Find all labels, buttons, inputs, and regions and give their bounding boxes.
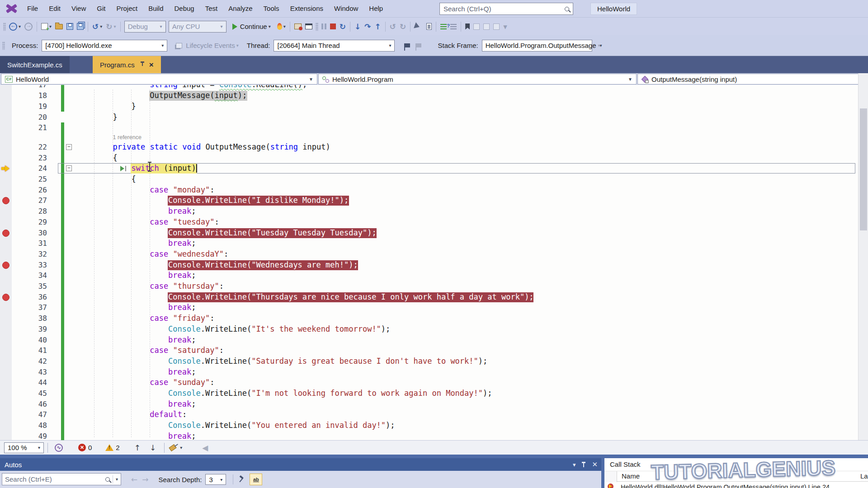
code-line-47[interactable]: 47default: — [0, 409, 858, 420]
code-line-17[interactable]: 17string input = Console.ReadLine(); — [0, 85, 858, 90]
editor-vertical-scrollbar[interactable] — [858, 73, 868, 440]
code-line-49[interactable]: 49break; — [0, 431, 858, 440]
breakpoint-indicator[interactable] — [2, 197, 9, 204]
code-line-23[interactable]: 23{ — [0, 153, 858, 164]
call-stack-frame-row[interactable]: HelloWorld.dll!HelloWorld.Program.Output… — [604, 483, 868, 488]
code-line-40[interactable]: 40break; — [0, 335, 858, 346]
window-position-caret-icon[interactable]: ▾ — [573, 461, 576, 468]
step-into-icon[interactable]: ↓ — [354, 21, 362, 33]
code-line-36[interactable]: 36Console.WriteLine("Thursdays are nice … — [0, 292, 858, 303]
search-depth-combo[interactable]: 3 ▾ — [205, 474, 226, 485]
breakpoint-indicator[interactable] — [2, 294, 9, 301]
codelens-references[interactable]: 1 reference — [113, 134, 142, 141]
code-line-19[interactable]: 19} — [0, 101, 858, 112]
solution-platform-combo[interactable]: Any CPU▾ — [169, 21, 226, 33]
collapse-margin-icon[interactable]: ◀ — [202, 443, 208, 452]
code-cleanup-icon[interactable] — [169, 444, 177, 451]
next-issue-icon[interactable]: ↓ — [150, 443, 156, 452]
menu-item-build[interactable]: Build — [143, 0, 169, 17]
process-combo[interactable]: [4700] HelloWorld.exe▾ — [42, 40, 167, 52]
warnings-icon[interactable] — [105, 444, 113, 451]
continue-button[interactable]: Continue▾ — [230, 21, 274, 33]
autos-panel-header[interactable]: Autos ▾ ✕ — [0, 458, 601, 471]
breakpoint-indicator[interactable] — [2, 262, 9, 269]
restart-icon[interactable]: ↻ — [339, 21, 347, 33]
toolbar-overflow-caret[interactable]: ▾ — [502, 21, 508, 33]
step-out-icon[interactable]: ↑ — [373, 21, 382, 33]
menu-item-view[interactable]: View — [66, 0, 91, 17]
save-icon[interactable] — [66, 21, 74, 33]
member-dropdown[interactable]: OutputMessage(string input) — [637, 74, 868, 84]
navigate-back-icon[interactable]: ▾ — [8, 21, 22, 33]
search-forward-icon[interactable]: → — [142, 475, 148, 484]
code-line-27[interactable]: 27Console.WriteLine("I dislike Monday!")… — [0, 195, 858, 206]
errors-icon[interactable]: ✕ — [78, 444, 86, 451]
prev-bookmark-icon[interactable] — [472, 21, 481, 33]
output-window-icon[interactable] — [304, 21, 313, 33]
code-line-33[interactable]: 33Console.WriteLine("Wednesdays are meh!… — [0, 260, 858, 271]
menu-item-project[interactable]: Project — [111, 0, 143, 17]
code-line-18[interactable]: 18OutputMessage(input); — [0, 90, 858, 101]
menu-item-git[interactable]: Git — [91, 0, 111, 17]
redo-nav-icon[interactable]: ↻ — [399, 21, 407, 33]
run-to-click-icon[interactable] — [120, 166, 124, 171]
previous-issue-icon[interactable]: ↑ — [134, 443, 141, 452]
code-line-48[interactable]: 48Console.WriteLine("You entered an inva… — [0, 420, 858, 431]
code-line-45[interactable]: 45Console.WriteLine("I'm not looking for… — [0, 388, 858, 399]
show-flagged-only-icon[interactable] — [416, 43, 421, 47]
call-stack-name-column[interactable]: Name — [622, 472, 640, 480]
pin-icon[interactable] — [582, 462, 585, 468]
code-line-20[interactable]: 20} — [0, 112, 858, 123]
pause-icon[interactable] — [321, 21, 327, 33]
menu-item-extensions[interactable]: Extensions — [285, 0, 329, 17]
stack-frame-combo[interactable]: HelloWorld.Program.OutputMessage▾ — [482, 40, 592, 52]
code-line-21[interactable]: 21 — [0, 122, 858, 133]
parameter-info-icon[interactable] — [449, 21, 458, 33]
tab-program-cs[interactable]: Program.cs× — [93, 56, 161, 73]
quick-search-input[interactable]: Search (Ctrl+Q) — [439, 3, 573, 15]
code-line-44[interactable]: 44case "sunday": — [0, 377, 858, 388]
menu-item-file[interactable]: File — [22, 0, 43, 17]
close-icon[interactable]: × — [149, 61, 154, 69]
undo-icon[interactable]: ↺▾ — [91, 21, 103, 33]
autos-search-input[interactable]: Search (Ctrl+E) ▾ — [2, 473, 121, 485]
document-health-icon[interactable]: ∿ — [55, 444, 63, 452]
undo-nav-icon[interactable]: ↺ — [389, 21, 397, 33]
chevron-down-icon[interactable]: ▾ — [116, 477, 118, 482]
zoom-level-combo[interactable]: 100 % ▾ — [4, 442, 44, 453]
scrollbar-thumb[interactable] — [860, 108, 867, 230]
menu-item-analyze[interactable]: Analyze — [223, 0, 258, 17]
navigate-forward-icon[interactable] — [24, 21, 33, 33]
redo-icon[interactable]: ↻▾ — [105, 21, 117, 33]
search-back-icon[interactable]: ← — [131, 475, 137, 484]
new-project-icon[interactable]: ▾ — [40, 21, 52, 33]
account-badge[interactable]: HelloWorld — [590, 3, 637, 15]
code-line-37[interactable]: 37break; — [0, 302, 858, 313]
error-count[interactable]: 0 — [88, 444, 92, 451]
hot-reload-icon[interactable]: ▾ — [276, 21, 287, 33]
code-line-25[interactable]: 25{ — [0, 174, 858, 185]
menu-item-edit[interactable]: Edit — [43, 0, 66, 17]
code-line-28[interactable]: 28break; — [0, 206, 858, 217]
type-dropdown[interactable]: HelloWorld.Program ▼ — [318, 74, 637, 84]
pin-column-icon[interactable] — [239, 476, 244, 483]
menu-item-help[interactable]: Help — [363, 0, 388, 17]
code-line-26[interactable]: 26case "monday": — [0, 185, 858, 196]
fold-toggle[interactable]: − — [66, 165, 72, 171]
call-stack-panel-title[interactable]: Call Stack — [610, 458, 641, 471]
open-file-icon[interactable] — [54, 21, 64, 33]
code-line-41[interactable]: 41case "saturday": — [0, 345, 858, 356]
close-icon[interactable]: ✕ — [592, 460, 598, 469]
code-line-39[interactable]: 39Console.WriteLine("It's the weekend to… — [0, 324, 858, 335]
breakpoint-indicator[interactable] — [2, 230, 9, 237]
format-values-icon[interactable]: ab — [250, 474, 262, 485]
code-line-34[interactable]: 34break; — [0, 270, 858, 281]
menu-item-test[interactable]: Test — [200, 0, 223, 17]
pin-icon[interactable] — [140, 61, 145, 68]
menu-item-tools[interactable]: Tools — [258, 0, 285, 17]
show-next-statement-icon[interactable] — [414, 21, 424, 33]
clear-bookmarks-icon[interactable] — [492, 21, 500, 33]
thread-combo[interactable]: [20664] Main Thread▾ — [274, 40, 395, 52]
breakpoints-window-icon[interactable] — [293, 21, 302, 33]
lifecycle-events-label[interactable]: Lifecycle Events — [186, 42, 235, 49]
